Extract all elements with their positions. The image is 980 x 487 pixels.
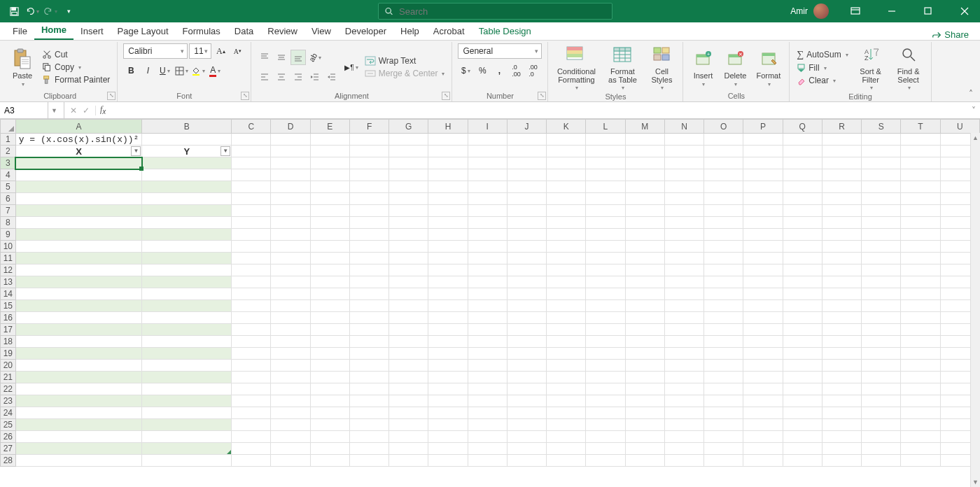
cell-G16[interactable] [389,312,428,324]
name-box[interactable]: ▼ [0,102,64,119]
cell-E4[interactable] [310,169,349,181]
tab-page-layout[interactable]: Page Layout [111,23,176,40]
cell-Q23[interactable] [783,395,822,407]
cell-K23[interactable] [547,395,586,407]
cell-G22[interactable] [389,383,428,395]
cell-J7[interactable] [507,205,546,217]
cell-A4[interactable] [15,169,142,181]
cell-K7[interactable] [547,205,586,217]
cell-F8[interactable] [349,217,388,229]
cell-S2[interactable] [862,146,901,157]
row-header-15[interactable]: 15 [1,300,16,312]
cell-C28[interactable] [232,455,271,467]
cell-O26[interactable] [704,431,743,443]
cell-F15[interactable] [349,300,388,312]
cell-P17[interactable] [743,324,783,336]
cell-P13[interactable] [743,276,783,288]
conditional-formatting-button[interactable]: Conditional Formatting [554,43,598,92]
cell-C15[interactable] [232,300,271,312]
cell-H3[interactable] [428,157,468,169]
tab-table-design[interactable]: Table Design [472,23,538,40]
cell-K26[interactable] [547,431,586,443]
cell-B15[interactable] [142,300,232,312]
select-all-corner[interactable] [1,120,16,134]
cell-K14[interactable] [547,288,586,300]
cell-G3[interactable] [389,157,428,169]
cell-J11[interactable] [507,253,546,264]
cell-E12[interactable] [310,264,349,276]
cell-E19[interactable] [310,348,349,360]
cell-I14[interactable] [468,288,507,300]
cell-B2[interactable]: Y▼ [142,146,232,157]
cell-E6[interactable] [310,193,349,205]
cell-P8[interactable] [743,217,783,229]
cell-Q12[interactable] [783,264,822,276]
formula-bar[interactable] [110,106,967,115]
row-header-3[interactable]: 3 [1,157,16,169]
accounting-format-button[interactable]: $ [458,63,473,78]
share-button[interactable]: Share [932,29,974,40]
cell-J28[interactable] [507,455,546,467]
column-header-F[interactable]: F [349,120,388,134]
cell-R9[interactable] [822,229,861,241]
cell-R13[interactable] [822,276,861,288]
cell-L27[interactable] [586,443,625,455]
align-right-button[interactable] [290,69,306,85]
cell-Q8[interactable] [783,217,822,229]
cell-H4[interactable] [428,169,468,181]
cell-J17[interactable] [507,324,546,336]
cell-T7[interactable] [901,205,940,217]
cell-D1[interactable] [271,134,310,146]
cell-A20[interactable] [15,360,142,372]
cell-N22[interactable] [664,383,704,395]
cell-D24[interactable] [271,407,310,419]
cell-B14[interactable] [142,288,232,300]
column-header-M[interactable]: M [625,120,664,134]
cell-I3[interactable] [468,157,507,169]
cell-F13[interactable] [349,276,388,288]
search-input[interactable] [399,6,606,17]
cell-N6[interactable] [664,193,704,205]
column-header-T[interactable]: T [901,120,940,134]
cell-S14[interactable] [862,288,901,300]
cell-I11[interactable] [468,253,507,264]
cell-P18[interactable] [743,336,783,348]
cell-O9[interactable] [704,229,743,241]
text-direction-button[interactable]: ▶¶ [344,59,358,75]
cell-Q14[interactable] [783,288,822,300]
cell-E18[interactable] [310,336,349,348]
autosum-button[interactable]: ∑ AutoSum [795,48,849,61]
cell-C16[interactable] [232,312,271,324]
cell-L3[interactable] [586,157,625,169]
cell-S11[interactable] [862,253,901,264]
cell-P9[interactable] [743,229,783,241]
cell-R11[interactable] [822,253,861,264]
cell-E23[interactable] [310,395,349,407]
cell-A9[interactable] [15,229,142,241]
cell-E8[interactable] [310,217,349,229]
cell-I5[interactable] [468,181,507,193]
cell-T24[interactable] [901,407,940,419]
table-filter-B[interactable]: ▼ [220,146,230,156]
cell-K4[interactable] [547,169,586,181]
cell-R8[interactable] [822,217,861,229]
cell-K11[interactable] [547,253,586,264]
row-header-9[interactable]: 9 [1,229,16,241]
cell-S28[interactable] [862,455,901,467]
paste-button[interactable]: Paste [8,48,36,87]
cell-C21[interactable] [232,372,271,383]
cell-S21[interactable] [862,372,901,383]
cell-E16[interactable] [310,312,349,324]
cell-L6[interactable] [586,193,625,205]
cell-R17[interactable] [822,324,861,336]
cell-I25[interactable] [468,419,507,431]
name-box-input[interactable] [0,106,48,115]
cell-M5[interactable] [625,181,664,193]
cell-S3[interactable] [862,157,901,169]
cell-J22[interactable] [507,383,546,395]
cell-N25[interactable] [664,419,704,431]
cell-D13[interactable] [271,276,310,288]
cell-K25[interactable] [547,419,586,431]
cell-J9[interactable] [507,229,546,241]
cell-Q6[interactable] [783,193,822,205]
